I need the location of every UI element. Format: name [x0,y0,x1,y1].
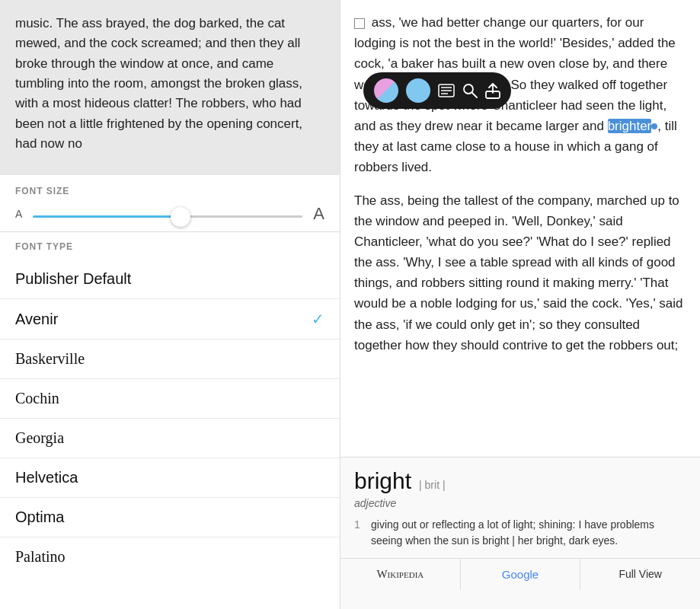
font-name-baskerville: Baskerville [15,350,85,368]
left-panel: music. The ass brayed, the dog barked, t… [0,0,340,609]
font-item-avenir[interactable]: Avenir ✓ [0,299,340,340]
dict-pos: adjective [354,497,686,509]
theme-picker-pink-blue[interactable] [374,78,398,103]
svg-line-5 [472,93,477,97]
toolbar-overlay [363,72,511,109]
font-item-publisher-default[interactable]: Publisher Default [0,260,340,299]
wikipedia-button[interactable]: Wikipedia [340,559,461,590]
dict-def-num: 1 [354,517,365,549]
notes-icon[interactable] [438,84,455,97]
dict-pronunciation: | brit | [419,479,446,491]
font-name-avenir: Avenir [15,311,58,328]
font-item-baskerville[interactable]: Baskerville [0,340,340,379]
font-type-label: FONT TYPE [15,241,324,252]
full-view-label: Full View [618,568,662,580]
full-view-button[interactable]: Full View [580,559,700,590]
font-name-georgia: Georgia [15,429,64,447]
font-size-slider[interactable] [33,215,302,218]
dict-word: bright [354,468,411,494]
font-name-cochin: Cochin [15,390,59,407]
font-name-optima: Optima [15,509,64,526]
dict-definition: 1 giving out or reflecting a lot of ligh… [354,517,686,549]
slider-container[interactable] [33,207,302,221]
reading-preview: music. The ass brayed, the dog barked, t… [0,0,340,175]
font-item-cochin[interactable]: Cochin [0,379,340,419]
dict-footer: Wikipedia Google Full View [340,558,700,590]
reading-content: ass, 'we had better change our quarters,… [340,0,700,457]
font-item-optima[interactable]: Optima [0,498,340,537]
font-size-label: FONT SIZE [15,186,324,196]
checkbox-icon [354,18,365,29]
share-icon[interactable] [485,82,500,99]
preview-text: music. The ass brayed, the dog barked, t… [15,16,302,151]
right-panel: ass, 'we had better change our quarters,… [340,0,700,609]
theme-picker-blue[interactable] [406,78,430,103]
font-item-georgia[interactable]: Georgia [0,419,340,458]
paragraph-2: The ass, being the tallest of the compan… [354,190,686,356]
avenir-checkmark: ✓ [312,310,324,328]
search-icon[interactable] [462,83,478,98]
font-name-publisher-default: Publisher Default [15,270,131,288]
dict-def-text: giving out or reflecting a lot of light;… [371,517,686,549]
highlighted-word: brighter [608,119,652,133]
font-a-large: A [313,204,324,224]
dictionary-panel: bright | brit | adjective 1 giving out o… [340,457,700,609]
font-size-slider-row: A A [15,204,324,224]
font-a-small: A [15,208,22,220]
dict-word-row: bright | brit | [354,468,686,494]
font-type-section: FONT TYPE [0,232,340,260]
font-name-palatino: Palatino [15,548,66,566]
font-item-helvetica[interactable]: Helvetica [0,458,340,498]
font-name-helvetica: Helvetica [15,469,78,486]
wikipedia-label: Wikipedia [376,568,424,580]
google-label: Google [502,568,539,581]
google-button[interactable]: Google [461,559,581,590]
selection-dot [651,123,657,129]
font-list: Publisher Default Avenir ✓ Baskerville C… [0,260,340,609]
font-item-palatino[interactable]: Palatino [0,537,340,576]
font-size-section: FONT SIZE A A [0,175,340,232]
svg-point-4 [464,84,473,94]
